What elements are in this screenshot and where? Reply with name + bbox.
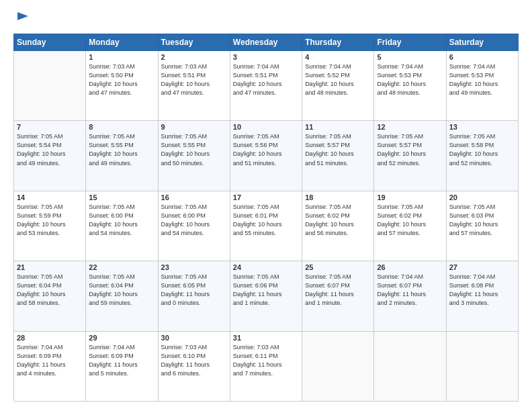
week-row-2: 7Sunrise: 7:05 AM Sunset: 5:54 PM Daylig… bbox=[14, 121, 519, 191]
calendar-cell: 14Sunrise: 7:05 AM Sunset: 5:59 PM Dayli… bbox=[14, 191, 86, 261]
svg-marker-0 bbox=[17, 12, 28, 20]
page: SundayMondayTuesdayWednesdayThursdayFrid… bbox=[0, 0, 532, 411]
day-number: 29 bbox=[89, 334, 154, 342]
calendar-cell: 22Sunrise: 7:05 AM Sunset: 6:04 PM Dayli… bbox=[86, 261, 158, 331]
calendar-cell: 1Sunrise: 7:03 AM Sunset: 5:50 PM Daylig… bbox=[86, 51, 158, 121]
day-info: Sunrise: 7:05 AM Sunset: 6:00 PM Dayligh… bbox=[89, 203, 154, 238]
calendar-cell: 11Sunrise: 7:05 AM Sunset: 5:57 PM Dayli… bbox=[302, 121, 374, 191]
weekday-header-row: SundayMondayTuesdayWednesdayThursdayFrid… bbox=[14, 34, 519, 51]
calendar-cell: 16Sunrise: 7:05 AM Sunset: 6:00 PM Dayli… bbox=[158, 191, 230, 261]
day-info: Sunrise: 7:05 AM Sunset: 5:59 PM Dayligh… bbox=[17, 203, 83, 238]
calendar-cell bbox=[374, 331, 446, 401]
day-info: Sunrise: 7:05 AM Sunset: 6:06 PM Dayligh… bbox=[233, 273, 299, 308]
day-number: 2 bbox=[161, 53, 227, 61]
calendar-cell: 31Sunrise: 7:03 AM Sunset: 6:11 PM Dayli… bbox=[230, 331, 302, 401]
day-info: Sunrise: 7:04 AM Sunset: 6:08 PM Dayligh… bbox=[449, 273, 515, 308]
day-info: Sunrise: 7:05 AM Sunset: 5:54 PM Dayligh… bbox=[17, 132, 83, 167]
day-info: Sunrise: 7:05 AM Sunset: 5:58 PM Dayligh… bbox=[449, 132, 515, 167]
calendar-cell: 29Sunrise: 7:04 AM Sunset: 6:09 PM Dayli… bbox=[86, 331, 158, 401]
day-info: Sunrise: 7:05 AM Sunset: 6:05 PM Dayligh… bbox=[161, 273, 227, 308]
day-info: Sunrise: 7:05 AM Sunset: 6:00 PM Dayligh… bbox=[161, 203, 227, 238]
weekday-header-sunday: Sunday bbox=[14, 34, 86, 51]
calendar-cell: 15Sunrise: 7:05 AM Sunset: 6:00 PM Dayli… bbox=[86, 191, 158, 261]
day-number: 30 bbox=[161, 334, 227, 342]
week-row-3: 14Sunrise: 7:05 AM Sunset: 5:59 PM Dayli… bbox=[14, 191, 519, 261]
calendar-cell: 17Sunrise: 7:05 AM Sunset: 6:01 PM Dayli… bbox=[230, 191, 302, 261]
day-number: 23 bbox=[161, 263, 227, 271]
day-number: 13 bbox=[449, 123, 515, 131]
day-info: Sunrise: 7:04 AM Sunset: 5:52 PM Dayligh… bbox=[305, 62, 371, 97]
day-info: Sunrise: 7:05 AM Sunset: 6:02 PM Dayligh… bbox=[377, 203, 443, 238]
calendar-cell bbox=[14, 51, 86, 121]
day-info: Sunrise: 7:04 AM Sunset: 6:07 PM Dayligh… bbox=[377, 273, 443, 308]
day-number: 17 bbox=[233, 193, 299, 201]
calendar-cell: 20Sunrise: 7:05 AM Sunset: 6:03 PM Dayli… bbox=[446, 191, 518, 261]
calendar-cell: 18Sunrise: 7:05 AM Sunset: 6:02 PM Dayli… bbox=[302, 191, 374, 261]
calendar-cell: 13Sunrise: 7:05 AM Sunset: 5:58 PM Dayli… bbox=[446, 121, 518, 191]
weekday-header-wednesday: Wednesday bbox=[230, 34, 302, 51]
weekday-header-saturday: Saturday bbox=[446, 34, 518, 51]
day-number: 12 bbox=[377, 123, 443, 131]
day-info: Sunrise: 7:04 AM Sunset: 6:09 PM Dayligh… bbox=[89, 343, 154, 378]
day-info: Sunrise: 7:05 AM Sunset: 5:57 PM Dayligh… bbox=[305, 132, 371, 167]
calendar-cell: 28Sunrise: 7:04 AM Sunset: 6:09 PM Dayli… bbox=[14, 331, 86, 401]
calendar-cell: 19Sunrise: 7:05 AM Sunset: 6:02 PM Dayli… bbox=[374, 191, 446, 261]
calendar-cell bbox=[446, 331, 518, 401]
calendar-cell: 6Sunrise: 7:04 AM Sunset: 5:53 PM Daylig… bbox=[446, 51, 518, 121]
day-info: Sunrise: 7:05 AM Sunset: 5:57 PM Dayligh… bbox=[377, 132, 443, 167]
day-number: 6 bbox=[449, 53, 515, 61]
calendar-cell: 3Sunrise: 7:04 AM Sunset: 5:51 PM Daylig… bbox=[230, 51, 302, 121]
day-info: Sunrise: 7:05 AM Sunset: 6:07 PM Dayligh… bbox=[305, 273, 371, 308]
day-info: Sunrise: 7:04 AM Sunset: 5:53 PM Dayligh… bbox=[377, 62, 443, 97]
day-number: 5 bbox=[377, 53, 443, 61]
day-info: Sunrise: 7:05 AM Sunset: 6:04 PM Dayligh… bbox=[89, 273, 154, 308]
day-info: Sunrise: 7:04 AM Sunset: 5:53 PM Dayligh… bbox=[449, 62, 515, 97]
day-number: 1 bbox=[89, 53, 154, 61]
day-info: Sunrise: 7:03 AM Sunset: 6:11 PM Dayligh… bbox=[233, 343, 299, 378]
day-info: Sunrise: 7:05 AM Sunset: 6:03 PM Dayligh… bbox=[449, 203, 515, 238]
weekday-header-monday: Monday bbox=[86, 34, 158, 51]
day-info: Sunrise: 7:04 AM Sunset: 6:09 PM Dayligh… bbox=[17, 343, 83, 378]
calendar-cell: 26Sunrise: 7:04 AM Sunset: 6:07 PM Dayli… bbox=[374, 261, 446, 331]
calendar-cell: 30Sunrise: 7:03 AM Sunset: 6:10 PM Dayli… bbox=[158, 331, 230, 401]
calendar-cell: 24Sunrise: 7:05 AM Sunset: 6:06 PM Dayli… bbox=[230, 261, 302, 331]
day-info: Sunrise: 7:03 AM Sunset: 6:10 PM Dayligh… bbox=[161, 343, 227, 378]
weekday-header-tuesday: Tuesday bbox=[158, 34, 230, 51]
day-number: 24 bbox=[233, 263, 299, 271]
header bbox=[13, 12, 519, 27]
day-number: 21 bbox=[17, 263, 83, 271]
day-number: 28 bbox=[17, 334, 83, 342]
day-info: Sunrise: 7:03 AM Sunset: 5:51 PM Dayligh… bbox=[161, 62, 227, 97]
day-number: 10 bbox=[233, 123, 299, 131]
calendar-cell: 23Sunrise: 7:05 AM Sunset: 6:05 PM Dayli… bbox=[158, 261, 230, 331]
calendar-cell: 25Sunrise: 7:05 AM Sunset: 6:07 PM Dayli… bbox=[302, 261, 374, 331]
day-info: Sunrise: 7:04 AM Sunset: 5:51 PM Dayligh… bbox=[233, 62, 299, 97]
day-number: 18 bbox=[305, 193, 371, 201]
day-number: 7 bbox=[17, 123, 83, 131]
calendar-cell: 5Sunrise: 7:04 AM Sunset: 5:53 PM Daylig… bbox=[374, 51, 446, 121]
day-number: 3 bbox=[233, 53, 299, 61]
calendar-cell: 8Sunrise: 7:05 AM Sunset: 5:55 PM Daylig… bbox=[86, 121, 158, 191]
week-row-1: 1Sunrise: 7:03 AM Sunset: 5:50 PM Daylig… bbox=[14, 51, 519, 121]
calendar-cell: 7Sunrise: 7:05 AM Sunset: 5:54 PM Daylig… bbox=[14, 121, 86, 191]
day-number: 16 bbox=[161, 193, 227, 201]
calendar-cell: 10Sunrise: 7:05 AM Sunset: 5:56 PM Dayli… bbox=[230, 121, 302, 191]
day-info: Sunrise: 7:05 AM Sunset: 5:55 PM Dayligh… bbox=[89, 132, 154, 167]
day-number: 22 bbox=[89, 263, 154, 271]
calendar-cell bbox=[302, 331, 374, 401]
calendar-cell: 2Sunrise: 7:03 AM Sunset: 5:51 PM Daylig… bbox=[158, 51, 230, 121]
day-number: 19 bbox=[377, 193, 443, 201]
day-number: 20 bbox=[449, 193, 515, 201]
day-info: Sunrise: 7:05 AM Sunset: 5:56 PM Dayligh… bbox=[233, 132, 299, 167]
day-info: Sunrise: 7:05 AM Sunset: 6:01 PM Dayligh… bbox=[233, 203, 299, 238]
calendar-cell: 12Sunrise: 7:05 AM Sunset: 5:57 PM Dayli… bbox=[374, 121, 446, 191]
logo-icon bbox=[15, 7, 30, 26]
weekday-header-thursday: Thursday bbox=[302, 34, 374, 51]
day-info: Sunrise: 7:03 AM Sunset: 5:50 PM Dayligh… bbox=[89, 62, 154, 97]
day-number: 25 bbox=[305, 263, 371, 271]
day-number: 31 bbox=[233, 334, 299, 342]
calendar-cell: 4Sunrise: 7:04 AM Sunset: 5:52 PM Daylig… bbox=[302, 51, 374, 121]
day-number: 11 bbox=[305, 123, 371, 131]
weekday-header-friday: Friday bbox=[374, 34, 446, 51]
day-info: Sunrise: 7:05 AM Sunset: 5:55 PM Dayligh… bbox=[161, 132, 227, 167]
